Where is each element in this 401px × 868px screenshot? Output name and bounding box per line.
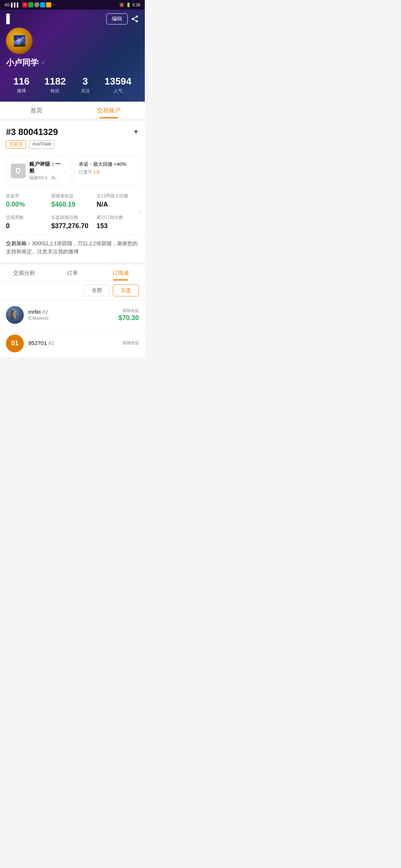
profile-name: 小卢同学 ♂: [6, 57, 139, 68]
subscriber-avatar-1: 01: [6, 335, 24, 352]
subscriber-earnings-0: 跟随收益 $70.30: [118, 308, 139, 322]
app-icons: G ···: [22, 2, 55, 7]
svg-point-1: [132, 18, 134, 20]
share-icon[interactable]: [131, 13, 139, 24]
sub-tabs: 交易分析 订单 订阅者: [0, 264, 145, 281]
list-item[interactable]: 01 952701 #2 跟随收益: [0, 329, 145, 358]
rating-card[interactable]: D 账户评级：一般 稳健性0.0、风... ›: [6, 156, 71, 185]
metric-follower-label: 跟随者收益: [51, 193, 94, 199]
more-icon: ···: [52, 2, 55, 7]
metric-trade-weeks: 交易周数 0: [6, 214, 48, 230]
metric-follower-value: $460.19: [51, 201, 94, 208]
subscriber-earnings-1: 跟随收益: [123, 340, 139, 346]
time-display: 5:28: [133, 3, 140, 7]
stats-row: 116 微博 1182 粉丝 3 关注 13594 人气: [6, 76, 139, 94]
metric-total-label: 实盘跟随总额: [51, 214, 94, 221]
rating-arrow-icon: ›: [64, 168, 66, 174]
avatar: 🌌: [6, 27, 33, 54]
account-id: #3 80041329: [6, 127, 58, 137]
svg-point-2: [136, 20, 138, 22]
promise-card: 承诺：最大回撤 <40% 已遵守 1天: [74, 156, 139, 185]
metric-subscription-count: 累计订阅次数 153: [97, 214, 139, 230]
strategy-section: 交易策略：3000以上1倍跟随，万以上2倍跟随，谢谢您的支持和肯定。注意关注我的…: [0, 234, 145, 262]
subscriber-platform-0: ICMarkets: [28, 316, 114, 321]
stat-fans[interactable]: 1182 粉丝: [45, 76, 66, 94]
subscriber-info-0: mrfei #2 ICMarkets: [28, 309, 114, 321]
main-tabs: 首页 交易账户: [0, 102, 145, 119]
header-actions: 编辑: [106, 13, 139, 24]
status-left: 4G ▌▌▌ G ···: [4, 2, 55, 7]
back-button[interactable]: ‹: [6, 13, 10, 24]
list-item[interactable]: 🧗 mrfei #2 ICMarkets 跟随收益 $70.30: [0, 301, 145, 329]
rating-title: 账户评级：一般: [29, 161, 61, 174]
filter-row: 全部 实盘: [0, 281, 145, 300]
avatar-image: 🌌: [6, 27, 33, 54]
metric-yield-label: 收益率: [6, 193, 48, 199]
subscriber-list: 🧗 mrfei #2 ICMarkets 跟随收益 $70.30 01 9527…: [0, 301, 145, 358]
rating-info: 账户评级：一般 稳健性0.0、风...: [29, 161, 61, 181]
filter-live-button[interactable]: 实盘: [113, 285, 139, 296]
metric-yield-value: 0.00%: [6, 201, 48, 208]
following-count: 3: [81, 76, 90, 87]
filter-all-button[interactable]: 全部: [84, 285, 110, 296]
metric-weeks-label: 交易周数: [6, 214, 48, 221]
subscriber-name-0: mrfei #2: [28, 309, 114, 315]
strategy-label: 交易策略：: [6, 240, 32, 246]
svg-line-4: [134, 17, 136, 19]
metric-total-value: $377,276.70: [51, 222, 94, 230]
rating-cards: D 账户评级：一般 稳健性0.0、风... › 承诺：最大回撤 <40% 已遵守…: [0, 152, 145, 190]
metrics-arrow-icon[interactable]: ›: [139, 209, 141, 216]
account-section: #3 80041329 ▼ 交易员 AvaTrade: [0, 121, 145, 152]
earnings-value-0: $70.30: [118, 314, 139, 322]
subtab-subscribers[interactable]: 订阅者: [97, 264, 145, 280]
main-content: #3 80041329 ▼ 交易员 AvaTrade D 账户评级：一般 稳健性…: [0, 121, 145, 262]
weibo-count: 116: [13, 76, 29, 87]
status-right: 🔕 🔋 5:28: [119, 3, 140, 7]
metric-follower-earnings: 跟随者收益 $460.19: [51, 193, 94, 208]
metric-yield-rate: 收益率 0.00%: [6, 193, 48, 208]
svg-point-0: [136, 16, 138, 18]
account-tags: 交易员 AvaTrade: [6, 140, 139, 149]
bell-icon: 🔕: [119, 3, 124, 7]
subtab-orders[interactable]: 订单: [48, 264, 97, 280]
popularity-count: 13594: [105, 76, 131, 87]
signal-bars: ▌▌▌: [11, 3, 20, 7]
svg-line-3: [134, 19, 136, 21]
fans-count: 1182: [45, 76, 66, 87]
edit-button[interactable]: 编辑: [106, 13, 128, 24]
tab-home[interactable]: 首页: [0, 102, 72, 118]
status-bar: 4G ▌▌▌ G ··· 🔕 🔋 5:28: [0, 0, 145, 10]
promise-title: 承诺：最大回撤 <40%: [79, 161, 134, 168]
metric-drawdown-label: 近13周最大回撤: [97, 193, 139, 199]
promise-days: 1天: [93, 170, 100, 175]
tab-trading-account[interactable]: 交易账户: [72, 102, 145, 118]
metric-max-drawdown: 近13周最大回撤 N/A: [97, 193, 139, 208]
tag-trader: 交易员: [6, 140, 26, 149]
following-label: 关注: [81, 88, 90, 94]
metrics-section: 收益率 0.00% 跟随者收益 $460.19 近13周最大回撤 N/A 交易周…: [0, 190, 145, 234]
profile-header: ‹ 编辑 🌌 小卢同学 ♂ 116 微博 1182 粉丝 3: [0, 10, 145, 102]
weibo-label: 微博: [13, 88, 29, 94]
subtab-analysis[interactable]: 交易分析: [0, 264, 48, 280]
tag-platform: AvaTrade: [29, 140, 55, 149]
metric-total-follow: 实盘跟随总额 $377,276.70: [51, 214, 94, 230]
subscriber-avatar-0: 🧗: [6, 306, 24, 324]
stat-popularity[interactable]: 13594 人气: [105, 76, 131, 94]
earnings-label-1: 跟随收益: [123, 340, 139, 346]
fans-label: 粉丝: [45, 88, 66, 94]
subscriber-info-1: 952701 #2: [28, 340, 118, 347]
metric-drawdown-value: N/A: [97, 201, 139, 208]
account-id-row: #3 80041329 ▼: [6, 127, 139, 137]
battery-icon: 🔋: [126, 3, 131, 7]
dropdown-arrow[interactable]: ▼: [133, 129, 139, 135]
signal-icon: 4G: [4, 3, 10, 7]
rating-subtitle: 稳健性0.0、风...: [29, 175, 61, 181]
rating-grade-avatar: D: [11, 164, 26, 178]
username: 小卢同学: [6, 57, 39, 68]
stat-weibo[interactable]: 116 微博: [13, 76, 29, 94]
stat-following[interactable]: 3 关注: [81, 76, 90, 94]
gender-icon: ♂: [41, 59, 46, 67]
popularity-label: 人气: [105, 88, 131, 94]
earnings-label-0: 跟随收益: [118, 308, 139, 313]
promise-subtitle: 已遵守 1天: [79, 169, 134, 175]
